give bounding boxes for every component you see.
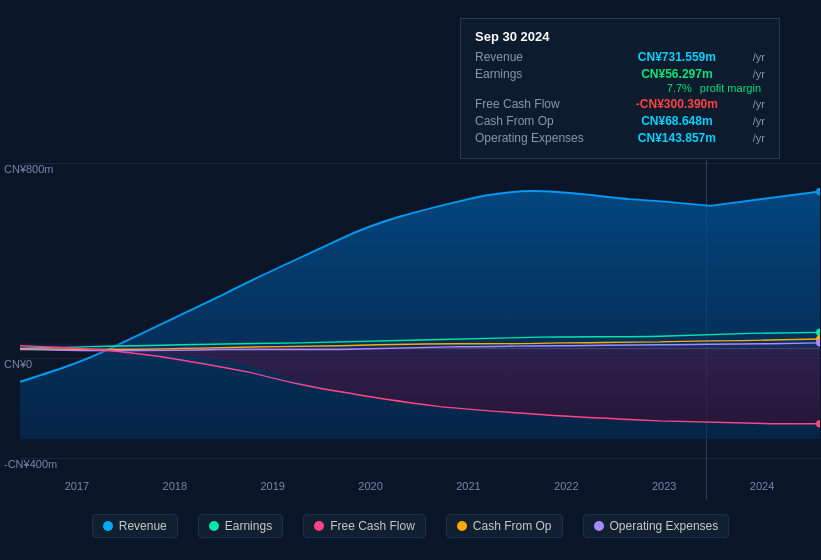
legend-dot-earnings bbox=[209, 521, 219, 531]
tooltip-row-cashop: Cash From Op CN¥68.648m /yr bbox=[475, 114, 765, 128]
x-axis-labels: 2017 2018 2019 2020 2021 2022 2023 2024 bbox=[0, 480, 821, 492]
tooltip-box: Sep 30 2024 Revenue CN¥731.559m /yr Earn… bbox=[460, 18, 780, 159]
tooltip-earnings-unit: /yr bbox=[753, 68, 765, 80]
profit-margin-label: profit margin bbox=[700, 82, 761, 94]
legend-earnings[interactable]: Earnings bbox=[198, 514, 283, 538]
tooltip-row-earnings: Earnings CN¥56.297m /yr bbox=[475, 67, 765, 81]
tooltip-opex-unit: /yr bbox=[753, 132, 765, 144]
legend-revenue[interactable]: Revenue bbox=[92, 514, 178, 538]
profit-margin-row: 7.7% profit margin bbox=[475, 82, 765, 94]
x-label-2019: 2019 bbox=[224, 480, 322, 492]
legend-dot-revenue bbox=[103, 521, 113, 531]
y-axis-bot: -CN¥400m bbox=[4, 458, 57, 470]
tooltip-row-opex: Operating Expenses CN¥143.857m /yr bbox=[475, 131, 765, 145]
legend-opex[interactable]: Operating Expenses bbox=[583, 514, 730, 538]
tooltip-date: Sep 30 2024 bbox=[475, 29, 765, 44]
tooltip-cashop-unit: /yr bbox=[753, 115, 765, 127]
tooltip-revenue-unit: /yr bbox=[753, 51, 765, 63]
chart-svg bbox=[20, 163, 820, 458]
x-label-2021: 2021 bbox=[420, 480, 518, 492]
legend-dot-cashop bbox=[457, 521, 467, 531]
legend-cashop[interactable]: Cash From Op bbox=[446, 514, 563, 538]
x-label-2020: 2020 bbox=[322, 480, 420, 492]
tooltip-row-fcf: Free Cash Flow -CN¥300.390m /yr bbox=[475, 97, 765, 111]
legend-label-fcf: Free Cash Flow bbox=[330, 519, 415, 533]
legend-fcf[interactable]: Free Cash Flow bbox=[303, 514, 426, 538]
legend-label-revenue: Revenue bbox=[119, 519, 167, 533]
tooltip-earnings-value: CN¥56.297m bbox=[641, 67, 712, 81]
legend: Revenue Earnings Free Cash Flow Cash Fro… bbox=[0, 514, 821, 538]
tooltip-revenue-label: Revenue bbox=[475, 50, 605, 64]
legend-label-cashop: Cash From Op bbox=[473, 519, 552, 533]
tooltip-fcf-value: -CN¥300.390m bbox=[636, 97, 718, 111]
legend-dot-opex bbox=[594, 521, 604, 531]
tooltip-cashop-value: CN¥68.648m bbox=[641, 114, 712, 128]
legend-label-earnings: Earnings bbox=[225, 519, 272, 533]
tooltip-opex-label: Operating Expenses bbox=[475, 131, 605, 145]
grid-line-bot bbox=[20, 458, 821, 459]
x-label-2024: 2024 bbox=[713, 480, 811, 492]
x-label-2023: 2023 bbox=[615, 480, 713, 492]
tooltip-cashop-label: Cash From Op bbox=[475, 114, 605, 128]
tooltip-earnings-label: Earnings bbox=[475, 67, 605, 81]
profit-margin-value: 7.7% bbox=[667, 82, 692, 94]
tooltip-row-revenue: Revenue CN¥731.559m /yr bbox=[475, 50, 765, 64]
legend-dot-fcf bbox=[314, 521, 324, 531]
tooltip-fcf-unit: /yr bbox=[753, 98, 765, 110]
x-label-2018: 2018 bbox=[126, 480, 224, 492]
x-label-2017: 2017 bbox=[28, 480, 126, 492]
tooltip-opex-value: CN¥143.857m bbox=[638, 131, 716, 145]
legend-label-opex: Operating Expenses bbox=[610, 519, 719, 533]
tooltip-fcf-label: Free Cash Flow bbox=[475, 97, 605, 111]
chart-container: CN¥800m CN¥0 -CN¥400m bbox=[0, 0, 821, 560]
x-label-2022: 2022 bbox=[517, 480, 615, 492]
tooltip-revenue-value: CN¥731.559m bbox=[638, 50, 716, 64]
